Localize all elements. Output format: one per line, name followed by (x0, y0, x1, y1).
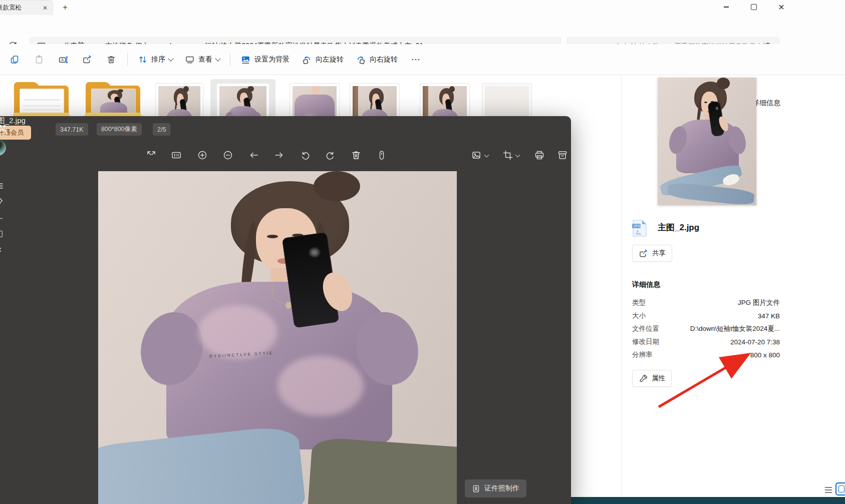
toolbar-divider (230, 53, 230, 66)
chevron-down-icon (215, 56, 220, 61)
copy-icon (10, 55, 20, 65)
id-photo-label: 证件照制作 (484, 484, 519, 493)
mouse-icon (376, 150, 387, 161)
jpg-file-icon (631, 219, 648, 237)
copy-button[interactable] (4, 50, 26, 70)
view-label: 查看 (198, 55, 212, 64)
rotate-left-icon (302, 55, 312, 65)
panel-filename: 主图_2.jpg (658, 222, 699, 233)
crop-dropdown[interactable] (497, 145, 525, 165)
image-tools-dropdown[interactable] (466, 145, 494, 165)
sort-button[interactable]: 排序 (133, 50, 178, 70)
panel-divider (621, 75, 622, 504)
index-badge: 2/5 (153, 123, 170, 136)
rename-icon: A (58, 55, 69, 65)
rotate-right-icon (356, 55, 366, 65)
share-icon (639, 249, 648, 258)
dimensions-badge: 800*800像素 (97, 123, 142, 136)
delete-button[interactable] (100, 50, 122, 70)
new-tab-button[interactable]: + (59, 2, 71, 13)
arrow-left-icon (248, 150, 259, 161)
window-maximize-button[interactable] (742, 0, 765, 14)
minimize-icon (724, 7, 729, 7)
viewer-maximize-button[interactable] (0, 226, 8, 242)
next-image-button[interactable] (268, 145, 290, 165)
hamburger-icon (0, 181, 4, 191)
rotate-left-label: 向左旋转 (316, 55, 344, 64)
fit-window-button[interactable] (166, 145, 187, 165)
image-viewer-window: 主图_2.jpg 347.71K 800*800像素 2/5 开通会员 — ✕ (0, 116, 571, 504)
detail-label: 修改日期 (632, 337, 687, 346)
detail-label: 大小 (632, 311, 687, 320)
zoom-in-icon (197, 150, 208, 161)
rename-button[interactable]: A (52, 50, 74, 70)
trash-icon (351, 150, 362, 161)
rotate-cw-button[interactable] (320, 145, 341, 165)
zoom-in-button[interactable] (192, 145, 213, 165)
detail-value: JPG 图片文件 (687, 298, 780, 307)
rotate-cw-icon (325, 150, 336, 161)
set-background-button[interactable]: 设置为背景 (235, 50, 295, 70)
address-row: › 此电脑 › 本地磁盘 (D:) › down › 短袖t恤女装2024夏季新… (0, 15, 845, 44)
detail-value: 347 KB (687, 312, 780, 320)
maximize-icon (0, 231, 3, 237)
detail-row-size: 大小 347 KB (632, 309, 780, 322)
rotate-left-button[interactable]: 向左旋转 (297, 50, 349, 70)
fullscreen-button[interactable] (141, 145, 162, 165)
viewer-pin-button[interactable] (0, 194, 8, 210)
share-button[interactable] (76, 50, 98, 70)
print-button[interactable] (529, 145, 550, 165)
previous-image-button[interactable] (243, 145, 264, 165)
explorer-tab-bar: 新款宽松 ✕ + ✕ (0, 0, 845, 15)
set-background-label: 设置为背景 (254, 55, 290, 64)
paste-button[interactable] (28, 50, 50, 70)
trash-icon (106, 55, 116, 65)
paste-icon (34, 55, 44, 65)
tab-close-icon[interactable]: ✕ (41, 4, 50, 12)
viewer-photo[interactable]: DYSIINCTLVE STYIE. (98, 171, 457, 504)
detail-label: 文件位置 (632, 324, 687, 333)
viewer-menu-button[interactable] (0, 178, 8, 194)
window-minimize-button[interactable] (715, 0, 738, 14)
archive-button[interactable] (552, 145, 573, 165)
sort-label: 排序 (151, 55, 165, 64)
rotate-right-button[interactable]: 向右旋转 (351, 50, 403, 70)
mouse-settings-button[interactable] (371, 145, 392, 165)
viewer-app-logo (0, 123, 9, 136)
rotate-ccw-button[interactable] (295, 145, 316, 165)
detail-row-type: 类型 JPG 图片文件 (632, 296, 780, 309)
detail-value: 2024-07-20 7:38 (687, 338, 780, 346)
file-size-badge: 347.71K (56, 123, 88, 136)
share-icon (82, 55, 92, 65)
share-file-button[interactable]: 共享 (632, 245, 672, 262)
file-badge: JPG (634, 224, 641, 228)
window-close-button[interactable]: ✕ (770, 0, 793, 14)
viewer-minimize-button[interactable]: — (0, 210, 8, 226)
zoom-out-icon (222, 150, 233, 161)
zoom-out-button[interactable] (217, 145, 238, 165)
sort-icon (138, 55, 148, 65)
view-button[interactable]: 查看 (180, 50, 225, 70)
details-view-toggle[interactable] (822, 483, 834, 496)
printer-icon (534, 150, 545, 161)
archive-box-icon (557, 150, 568, 161)
pin-icon (0, 197, 4, 206)
red-annotation-arrow (646, 347, 761, 414)
view-icon (185, 55, 195, 65)
viewer-title-bar[interactable]: 主图_2.jpg 347.71K 800*800像素 2/5 开通会员 — ✕ (0, 116, 571, 143)
viewer-delete-button[interactable] (346, 145, 367, 165)
detail-label: 类型 (632, 298, 687, 307)
rotate-ccw-icon (300, 150, 311, 161)
toolbar-divider (127, 53, 128, 66)
fit-window-icon (171, 150, 182, 161)
wallpaper-icon (240, 55, 251, 65)
preview-image[interactable] (658, 78, 756, 205)
thumbnail-view-toggle[interactable] (835, 482, 845, 495)
detail-value: D:\down\短袖t恤女装2024夏... (687, 324, 780, 333)
explorer-tab[interactable]: 新款宽松 ✕ (0, 0, 53, 15)
viewer-close-button[interactable]: ✕ (0, 242, 8, 258)
id-photo-button[interactable]: 证件照制作 (465, 479, 526, 497)
tab-title: 新款宽松 (0, 4, 22, 12)
more-options-button[interactable]: ⋯ (405, 50, 427, 70)
rotate-right-label: 向右旋转 (370, 55, 398, 64)
